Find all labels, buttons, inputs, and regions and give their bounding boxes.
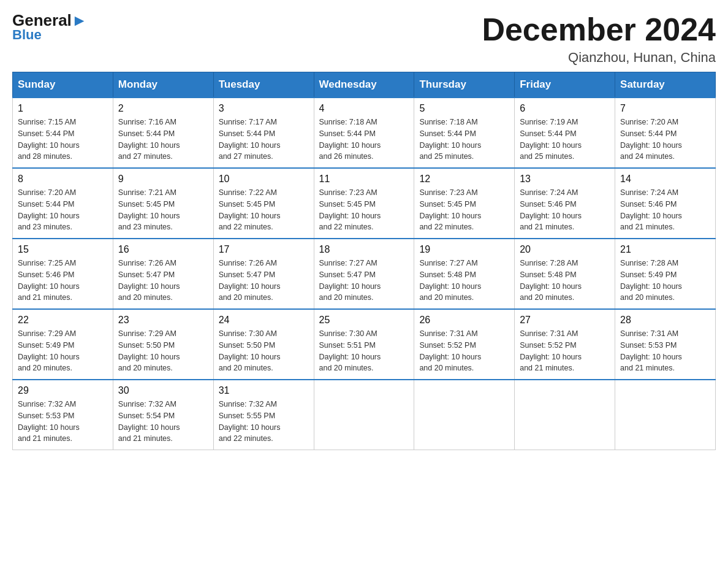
calendar-title: December 2024 xyxy=(482,12,716,47)
day-number: 26 xyxy=(419,315,509,326)
day-cell: 12Sunrise: 7:23 AMSunset: 5:45 PMDayligh… xyxy=(414,168,515,239)
day-info: Sunrise: 7:24 AMSunset: 5:46 PMDaylight:… xyxy=(620,187,710,233)
day-cell: 17Sunrise: 7:26 AMSunset: 5:47 PMDayligh… xyxy=(213,239,314,309)
day-info: Sunrise: 7:23 AMSunset: 5:45 PMDaylight:… xyxy=(319,187,409,233)
day-number: 16 xyxy=(118,244,208,255)
day-cell: 24Sunrise: 7:30 AMSunset: 5:50 PMDayligh… xyxy=(213,309,314,380)
day-cell: 25Sunrise: 7:30 AMSunset: 5:51 PMDayligh… xyxy=(314,309,414,380)
day-number: 14 xyxy=(620,174,710,185)
day-number: 23 xyxy=(118,315,208,326)
logo: General► Blue xyxy=(12,12,88,43)
day-cell: 22Sunrise: 7:29 AMSunset: 5:49 PMDayligh… xyxy=(13,309,113,380)
day-cell: 4Sunrise: 7:18 AMSunset: 5:44 PMDaylight… xyxy=(314,98,414,168)
calendar-header-row: SundayMondayTuesdayWednesdayThursdayFrid… xyxy=(13,72,716,98)
day-cell: 16Sunrise: 7:26 AMSunset: 5:47 PMDayligh… xyxy=(113,239,213,309)
day-info: Sunrise: 7:28 AMSunset: 5:49 PMDaylight:… xyxy=(620,258,710,304)
day-info: Sunrise: 7:32 AMSunset: 5:55 PMDaylight:… xyxy=(219,399,309,445)
day-info: Sunrise: 7:32 AMSunset: 5:54 PMDaylight:… xyxy=(118,399,208,445)
title-section: December 2024 Qianzhou, Hunan, China xyxy=(482,12,716,66)
day-info: Sunrise: 7:27 AMSunset: 5:48 PMDaylight:… xyxy=(419,258,509,304)
calendar-table: SundayMondayTuesdayWednesdayThursdayFrid… xyxy=(12,72,716,450)
day-cell: 13Sunrise: 7:24 AMSunset: 5:46 PMDayligh… xyxy=(515,168,615,239)
day-cell: 3Sunrise: 7:17 AMSunset: 5:44 PMDaylight… xyxy=(213,98,314,168)
day-number: 1 xyxy=(18,103,108,114)
day-cell: 30Sunrise: 7:32 AMSunset: 5:54 PMDayligh… xyxy=(113,380,213,450)
day-info: Sunrise: 7:15 AMSunset: 5:44 PMDaylight:… xyxy=(18,117,108,163)
day-info: Sunrise: 7:20 AMSunset: 5:44 PMDaylight:… xyxy=(620,117,710,163)
day-number: 7 xyxy=(620,103,710,114)
week-row-5: 29Sunrise: 7:32 AMSunset: 5:53 PMDayligh… xyxy=(13,380,716,450)
day-number: 4 xyxy=(319,103,409,114)
day-info: Sunrise: 7:31 AMSunset: 5:52 PMDaylight:… xyxy=(419,328,509,374)
col-header-sunday: Sunday xyxy=(13,72,113,98)
day-number: 27 xyxy=(520,315,610,326)
day-info: Sunrise: 7:28 AMSunset: 5:48 PMDaylight:… xyxy=(520,258,610,304)
day-cell: 9Sunrise: 7:21 AMSunset: 5:45 PMDaylight… xyxy=(113,168,213,239)
col-header-saturday: Saturday xyxy=(615,72,716,98)
day-cell: 29Sunrise: 7:32 AMSunset: 5:53 PMDayligh… xyxy=(13,380,113,450)
day-cell: 14Sunrise: 7:24 AMSunset: 5:46 PMDayligh… xyxy=(615,168,716,239)
day-cell: 28Sunrise: 7:31 AMSunset: 5:53 PMDayligh… xyxy=(615,309,716,380)
day-number: 5 xyxy=(419,103,509,114)
day-info: Sunrise: 7:30 AMSunset: 5:51 PMDaylight:… xyxy=(319,328,409,374)
col-header-tuesday: Tuesday xyxy=(213,72,314,98)
day-cell: 6Sunrise: 7:19 AMSunset: 5:44 PMDaylight… xyxy=(515,98,615,168)
col-header-thursday: Thursday xyxy=(414,72,515,98)
day-cell: 27Sunrise: 7:31 AMSunset: 5:52 PMDayligh… xyxy=(515,309,615,380)
day-info: Sunrise: 7:26 AMSunset: 5:47 PMDaylight:… xyxy=(219,258,309,304)
day-number: 13 xyxy=(520,174,610,185)
day-cell xyxy=(615,380,716,450)
day-cell: 26Sunrise: 7:31 AMSunset: 5:52 PMDayligh… xyxy=(414,309,515,380)
calendar-subtitle: Qianzhou, Hunan, China xyxy=(482,50,716,66)
day-number: 28 xyxy=(620,315,710,326)
day-info: Sunrise: 7:18 AMSunset: 5:44 PMDaylight:… xyxy=(419,117,509,163)
day-info: Sunrise: 7:26 AMSunset: 5:47 PMDaylight:… xyxy=(118,258,208,304)
day-number: 29 xyxy=(18,385,108,396)
day-info: Sunrise: 7:27 AMSunset: 5:47 PMDaylight:… xyxy=(319,258,409,304)
day-info: Sunrise: 7:23 AMSunset: 5:45 PMDaylight:… xyxy=(419,187,509,233)
week-row-4: 22Sunrise: 7:29 AMSunset: 5:49 PMDayligh… xyxy=(13,309,716,380)
day-cell: 5Sunrise: 7:18 AMSunset: 5:44 PMDaylight… xyxy=(414,98,515,168)
day-cell: 1Sunrise: 7:15 AMSunset: 5:44 PMDaylight… xyxy=(13,98,113,168)
day-cell: 19Sunrise: 7:27 AMSunset: 5:48 PMDayligh… xyxy=(414,239,515,309)
week-row-2: 8Sunrise: 7:20 AMSunset: 5:44 PMDaylight… xyxy=(13,168,716,239)
day-number: 31 xyxy=(219,385,309,396)
day-cell xyxy=(314,380,414,450)
day-info: Sunrise: 7:20 AMSunset: 5:44 PMDaylight:… xyxy=(18,187,108,233)
day-info: Sunrise: 7:29 AMSunset: 5:50 PMDaylight:… xyxy=(118,328,208,374)
day-info: Sunrise: 7:16 AMSunset: 5:44 PMDaylight:… xyxy=(118,117,208,163)
day-number: 17 xyxy=(219,244,309,255)
day-number: 3 xyxy=(219,103,309,114)
day-info: Sunrise: 7:30 AMSunset: 5:50 PMDaylight:… xyxy=(219,328,309,374)
day-cell: 2Sunrise: 7:16 AMSunset: 5:44 PMDaylight… xyxy=(113,98,213,168)
day-info: Sunrise: 7:19 AMSunset: 5:44 PMDaylight:… xyxy=(520,117,610,163)
col-header-wednesday: Wednesday xyxy=(314,72,414,98)
day-cell: 11Sunrise: 7:23 AMSunset: 5:45 PMDayligh… xyxy=(314,168,414,239)
day-info: Sunrise: 7:17 AMSunset: 5:44 PMDaylight:… xyxy=(219,117,309,163)
day-cell: 15Sunrise: 7:25 AMSunset: 5:46 PMDayligh… xyxy=(13,239,113,309)
day-cell: 18Sunrise: 7:27 AMSunset: 5:47 PMDayligh… xyxy=(314,239,414,309)
day-number: 22 xyxy=(18,315,108,326)
day-info: Sunrise: 7:18 AMSunset: 5:44 PMDaylight:… xyxy=(319,117,409,163)
logo-arrow-inline: ► xyxy=(72,11,88,29)
day-number: 2 xyxy=(118,103,208,114)
day-cell: 21Sunrise: 7:28 AMSunset: 5:49 PMDayligh… xyxy=(615,239,716,309)
logo-general-text: General► xyxy=(12,12,88,28)
day-number: 6 xyxy=(520,103,610,114)
day-info: Sunrise: 7:29 AMSunset: 5:49 PMDaylight:… xyxy=(18,328,108,374)
day-number: 21 xyxy=(620,244,710,255)
logo-blue-text: Blue xyxy=(12,27,42,43)
day-info: Sunrise: 7:31 AMSunset: 5:52 PMDaylight:… xyxy=(520,328,610,374)
day-number: 18 xyxy=(319,244,409,255)
day-info: Sunrise: 7:31 AMSunset: 5:53 PMDaylight:… xyxy=(620,328,710,374)
day-cell: 8Sunrise: 7:20 AMSunset: 5:44 PMDaylight… xyxy=(13,168,113,239)
day-number: 30 xyxy=(118,385,208,396)
day-info: Sunrise: 7:24 AMSunset: 5:46 PMDaylight:… xyxy=(520,187,610,233)
day-info: Sunrise: 7:21 AMSunset: 5:45 PMDaylight:… xyxy=(118,187,208,233)
day-number: 8 xyxy=(18,174,108,185)
day-number: 19 xyxy=(419,244,509,255)
col-header-monday: Monday xyxy=(113,72,213,98)
day-number: 15 xyxy=(18,244,108,255)
day-number: 9 xyxy=(118,174,208,185)
week-row-3: 15Sunrise: 7:25 AMSunset: 5:46 PMDayligh… xyxy=(13,239,716,309)
